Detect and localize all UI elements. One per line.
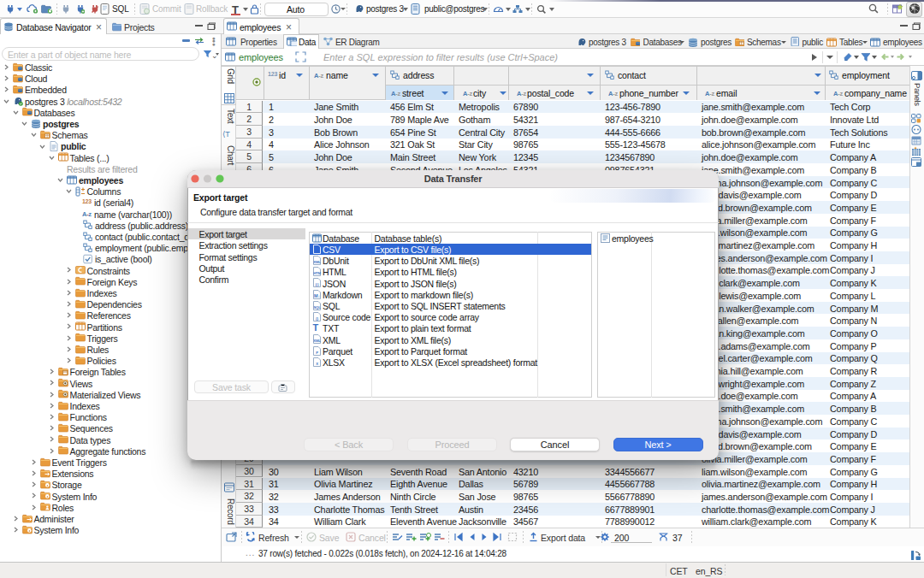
svg-text:{}: {} <box>316 316 318 321</box>
svg-text:{;}: {;} <box>315 282 319 286</box>
svg-text:XML: XML <box>313 260 321 264</box>
svg-text:P: P <box>316 351 318 355</box>
svg-text:M↓: M↓ <box>313 292 319 298</box>
svg-text:HTM: HTM <box>313 271 321 275</box>
svg-text:X: X <box>316 362 318 366</box>
svg-text:SQL: SQL <box>313 305 321 310</box>
svg-text:XML: XML <box>313 339 321 343</box>
